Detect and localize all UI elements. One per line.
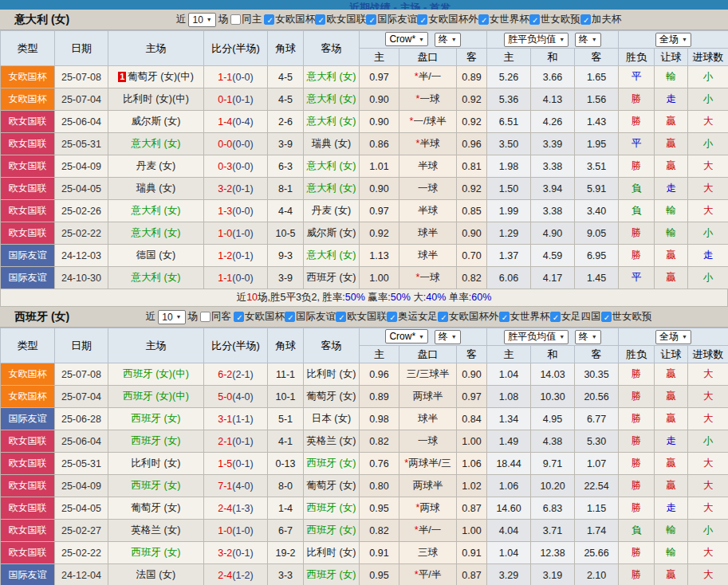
team-name: 葡萄牙 (女) xyxy=(307,480,356,491)
competition-filter[interactable]: 世女欧预 xyxy=(529,13,580,26)
away-odds: 0.85 xyxy=(457,200,487,222)
checkbox-checked-icon[interactable] xyxy=(601,312,612,322)
checkbox-checked-icon[interactable] xyxy=(438,312,448,322)
same-venue-filter[interactable]: 同主 xyxy=(230,13,262,26)
checkbox-checked-icon[interactable] xyxy=(366,14,376,25)
match-type-badge: 欧女国联 xyxy=(1,453,55,475)
recent-count-select[interactable]: 10▼ xyxy=(188,13,215,27)
competition-filter[interactable]: 欧女国联 xyxy=(336,310,387,324)
match-score: 1-1(0-0) xyxy=(204,267,268,289)
avg-draw-odds: 4.26 xyxy=(531,111,575,133)
checkbox-checked-icon[interactable] xyxy=(580,14,591,25)
avg-draw-odds: 10.30 xyxy=(531,386,575,408)
avg-home-odds: 1.34 xyxy=(487,408,531,430)
result-wdl: 負 xyxy=(619,520,655,542)
competition-filter[interactable]: 女欧国杯 xyxy=(234,310,285,324)
checkbox-checked-icon[interactable] xyxy=(499,312,510,322)
checkbox-checked-icon[interactable] xyxy=(550,312,561,322)
handicap-line: 球半 xyxy=(399,408,457,430)
match-date: 25-07-04 xyxy=(55,386,108,408)
handicap-line: 半球 xyxy=(399,155,457,178)
odds-provider-select[interactable]: Crow*▼ xyxy=(385,329,428,344)
match-type-badge: 欧女国联 xyxy=(1,542,55,564)
avg-draw-odds: 10.20 xyxy=(531,475,575,497)
competition-filter[interactable]: 加夫杯 xyxy=(580,13,622,26)
avg-away-odds: 22.54 xyxy=(575,475,619,497)
away-odds: 0.81 xyxy=(457,155,487,178)
competition-filter[interactable]: 女欧国杯外 xyxy=(417,13,478,26)
result-handicap: 贏 xyxy=(655,564,688,585)
result-handicap: 走 xyxy=(655,430,688,453)
avg-draw-odds: 9.71 xyxy=(531,453,575,475)
competition-filter[interactable]: 女世界杯 xyxy=(478,13,529,26)
match-date: 25-04-05 xyxy=(55,497,108,520)
odds-stage-select[interactable]: 终▼ xyxy=(435,33,461,47)
avg-home-odds: 3.50 xyxy=(487,133,531,155)
scope-select[interactable]: 全场▼ xyxy=(655,33,691,47)
recent-count-select[interactable]: 10▼ xyxy=(158,310,185,324)
match-date: 25-07-04 xyxy=(55,88,108,111)
matches-label: 场 xyxy=(188,310,199,324)
checkbox-checked-icon[interactable] xyxy=(234,312,244,322)
result-wdl: 勝 xyxy=(619,430,655,453)
corners: 0-13 xyxy=(268,453,304,475)
handicap-line: *半/一 xyxy=(399,520,457,542)
checkbox-checked-icon[interactable] xyxy=(478,14,489,25)
result-handicap: 走 xyxy=(655,178,688,200)
team-name: 西班牙 (女) xyxy=(307,569,356,580)
col-header-avg-home: 主 xyxy=(487,346,531,363)
chevron-down-icon: ▼ xyxy=(559,37,565,42)
checkbox-checked-icon[interactable] xyxy=(336,312,346,322)
filter-label: 加夫杯 xyxy=(592,13,622,26)
competition-filter[interactable]: 女足四国 xyxy=(550,310,601,324)
avg-home-odds: 6.06 xyxy=(487,267,531,289)
summary-text: 40% xyxy=(426,292,446,303)
avg-type-select[interactable]: 胜平负均值▼ xyxy=(504,33,569,47)
checkbox-unchecked-icon[interactable] xyxy=(200,312,211,322)
competition-filter[interactable]: 女欧国杯 xyxy=(264,13,315,26)
filter-label: 世女欧预 xyxy=(612,310,652,324)
checkbox-checked-icon[interactable] xyxy=(417,14,427,25)
competition-filter[interactable]: 女世界杯 xyxy=(499,310,550,324)
checkbox-checked-icon[interactable] xyxy=(315,14,325,25)
checkbox-checked-icon[interactable] xyxy=(285,312,295,322)
top-nav-text: 近期战绩 - 主场 - 首发 xyxy=(349,0,451,10)
team-name: 日本 (女) xyxy=(312,413,351,424)
avg-stage-select[interactable]: 终▼ xyxy=(575,33,601,47)
same-venue-filter[interactable]: 同客 xyxy=(200,310,231,324)
avg-controls-cell: 胜平负均值▼ 终▼ xyxy=(487,328,619,346)
odds-provider-select[interactable]: Crow*▼ xyxy=(385,32,428,46)
competition-filter[interactable]: 奥运女足 xyxy=(387,310,438,324)
table-row: 欧女国联 25-02-22 意大利 (女) 1-0(1-0) 10-5 威尔斯 … xyxy=(1,222,728,245)
away-team: 西班牙 (女) xyxy=(304,564,360,585)
checkbox-checked-icon[interactable] xyxy=(387,312,397,322)
match-score: 1-3(0-0) xyxy=(204,200,268,222)
away-odds: 0.87 xyxy=(457,497,487,520)
avg-home-odds: 1.99 xyxy=(487,200,531,222)
fulltime-score: 3-2 xyxy=(218,183,232,194)
summary-text: 大: xyxy=(411,292,426,303)
checkbox-checked-icon[interactable] xyxy=(264,14,274,25)
checkbox-checked-icon[interactable] xyxy=(529,14,540,25)
competition-filter[interactable]: 国际友谊 xyxy=(366,13,417,26)
away-team: 西班牙 (女) xyxy=(304,267,360,289)
halftime-score: (4-0) xyxy=(232,481,253,492)
competition-filter[interactable]: 国际友谊 xyxy=(285,310,336,324)
competition-filter[interactable]: 女欧国杯外 xyxy=(438,310,499,324)
competition-filter[interactable]: 欧女国联 xyxy=(315,13,366,26)
checkbox-unchecked-icon[interactable] xyxy=(230,14,241,25)
team-name: 丹麦 (女) xyxy=(312,205,351,216)
avg-stage-select[interactable]: 终▼ xyxy=(575,330,601,344)
avg-away-odds: 1.95 xyxy=(575,133,619,155)
avg-type-select[interactable]: 胜平负均值▼ xyxy=(504,330,569,344)
odds-stage-select[interactable]: 终▼ xyxy=(435,330,461,344)
result-wdl: 平 xyxy=(619,66,655,88)
team-name: 比利时 (女) xyxy=(307,368,356,379)
fulltime-score: 2-4 xyxy=(218,570,232,581)
match-date: 24-12-03 xyxy=(55,245,108,267)
scope-select[interactable]: 全场▼ xyxy=(655,330,691,344)
away-odds: 0.92 xyxy=(457,88,487,111)
competition-filter[interactable]: 世女欧预 xyxy=(601,310,652,324)
away-team: 意大利 (女) xyxy=(304,245,360,267)
fulltime-score: 1-4 xyxy=(218,116,232,128)
